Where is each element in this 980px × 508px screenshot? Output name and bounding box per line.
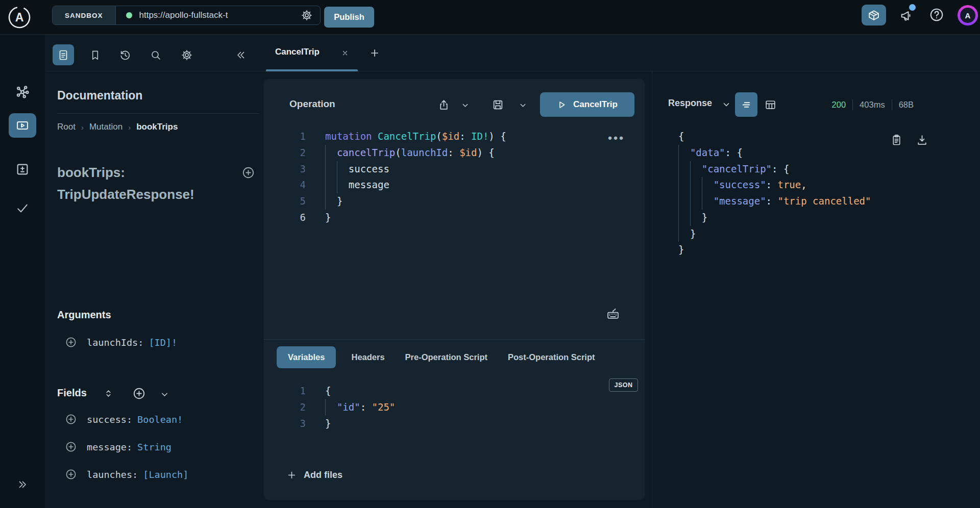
argument-row: launchIds: [ID]! <box>65 334 177 350</box>
add-all-fields-button[interactable] <box>132 387 146 400</box>
tab-variables[interactable]: Variables <box>277 346 336 368</box>
new-tab-button[interactable] <box>364 43 385 63</box>
code-line[interactable]: 1{ <box>264 383 645 399</box>
docs-toolbar-documentation-button[interactable] <box>53 44 74 65</box>
top-bar: A SANDBOX https://apollo-fullstack-t Pub… <box>0 0 980 35</box>
save-menu-chevron[interactable] <box>518 100 528 110</box>
chevrons-left-icon <box>235 49 247 61</box>
add-success-field-button[interactable] <box>65 413 77 425</box>
bookmark-icon <box>89 49 101 61</box>
keyboard-shortcuts-button[interactable] <box>604 304 622 323</box>
operation-tab[interactable]: CancelTrip <box>266 35 358 71</box>
argument-type-link[interactable]: [ID]! <box>149 337 177 348</box>
code-line[interactable]: "data": { <box>652 145 980 161</box>
connection-status-dot <box>126 12 132 18</box>
chevron-down-icon <box>519 101 527 110</box>
sidebar-item-explorer[interactable] <box>9 113 36 138</box>
code-line[interactable]: 6} <box>264 210 645 226</box>
docs-toolbar-search-button[interactable] <box>145 45 166 65</box>
sandbox-mode-button[interactable] <box>862 5 886 26</box>
add-files-button[interactable]: Add files <box>287 470 342 480</box>
run-operation-label: CancelTrip <box>573 99 618 110</box>
sidebar-item-changelog[interactable] <box>0 162 45 177</box>
chevron-down-icon <box>160 390 169 399</box>
response-json-viewer[interactable]: {"data": {"cancelTrip": {"success": true… <box>652 129 980 258</box>
endpoint-url-field[interactable]: https://apollo-fullstack-t <box>116 6 320 24</box>
save-operation-button[interactable] <box>489 96 506 113</box>
tab-post-operation-script[interactable]: Post-Operation Script <box>498 346 605 368</box>
close-tab-icon[interactable] <box>340 48 350 58</box>
endpoint-settings-icon[interactable] <box>301 9 313 21</box>
docs-toolbar-settings-button[interactable] <box>177 45 197 65</box>
chevrons-right-icon <box>16 478 29 491</box>
breadcrumb-current: bookTrips <box>136 122 178 132</box>
field-name: message: <box>87 442 132 452</box>
breadcrumb-parent[interactable]: Mutation <box>89 122 122 132</box>
operation-code-editor[interactable]: 1mutation CancelTrip($id: ID!) {2cancelT… <box>264 129 645 226</box>
help-button[interactable] <box>929 7 944 22</box>
response-raw-view-button[interactable] <box>735 92 757 117</box>
status-code-badge: 200 <box>832 100 846 110</box>
code-line[interactable]: "cancelTrip": { <box>652 161 980 177</box>
run-operation-button[interactable]: CancelTrip <box>540 92 634 117</box>
sidebar-item-schema[interactable] <box>0 84 45 100</box>
code-line[interactable]: 1mutation CancelTrip($id: ID!) { <box>264 129 645 145</box>
field-type-link[interactable]: Boolean! <box>137 414 183 425</box>
gear-icon <box>181 49 193 61</box>
response-menu-chevron[interactable] <box>722 100 731 109</box>
field-type-link[interactable]: [Launch] <box>143 469 188 480</box>
cube-icon <box>867 9 880 22</box>
sandbox-badge: SANDBOX <box>53 6 116 24</box>
collapse-docs-button[interactable] <box>231 45 251 65</box>
endpoint-pill: SANDBOX https://apollo-fullstack-t <box>52 6 321 25</box>
tab-headers[interactable]: Headers <box>341 346 395 368</box>
field-type-link[interactable]: String <box>137 442 172 452</box>
code-line[interactable]: "message": "trip cancelled" <box>652 193 980 210</box>
docs-toolbar-saved-button[interactable] <box>85 45 105 65</box>
history-icon <box>119 49 131 61</box>
add-launches-field-button[interactable] <box>65 468 77 480</box>
share-operation-button[interactable] <box>435 96 452 113</box>
apollo-studio-window: A SANDBOX https://apollo-fullstack-t Pub… <box>0 0 980 508</box>
add-field-to-operation-button[interactable] <box>241 166 255 180</box>
text-lines-icon <box>740 98 753 111</box>
user-avatar[interactable]: A <box>958 5 978 26</box>
add-message-field-button[interactable] <box>65 441 77 453</box>
search-icon <box>150 49 162 61</box>
code-line[interactable]: 2"id": "25" <box>264 399 645 416</box>
question-icon <box>929 7 944 22</box>
fields-collapse-button[interactable] <box>160 390 169 399</box>
add-argument-button[interactable] <box>65 336 77 348</box>
arguments-section-title: Arguments <box>57 309 111 321</box>
breadcrumb-root[interactable]: Root <box>57 122 76 132</box>
code-line[interactable]: "success": true, <box>652 177 980 193</box>
request-tabs: Variables Headers Pre-Operation Script P… <box>264 340 645 375</box>
code-line[interactable]: 5} <box>264 193 645 210</box>
code-line[interactable]: 3success <box>264 161 645 177</box>
code-line[interactable]: 3} <box>264 416 645 432</box>
breadcrumb-separator: › <box>128 123 131 132</box>
code-line[interactable]: 4message <box>264 177 645 193</box>
share-menu-chevron[interactable] <box>460 100 470 110</box>
play-icon <box>557 100 567 110</box>
code-line[interactable]: 2cancelTrip(launchId: $id) { <box>264 145 645 161</box>
code-line[interactable]: { <box>652 129 980 145</box>
field-row: message: String <box>65 439 172 455</box>
field-row: success: Boolean! <box>65 411 183 427</box>
field-name: success: <box>87 414 132 425</box>
explorer-play-icon <box>15 118 30 133</box>
apollo-logo-icon[interactable]: A <box>7 5 32 30</box>
tab-pre-operation-script[interactable]: Pre-Operation Script <box>395 346 498 368</box>
docs-toolbar-history-button[interactable] <box>115 45 135 65</box>
save-floppy-icon <box>492 98 504 111</box>
response-table-view-button[interactable] <box>762 96 779 113</box>
code-line[interactable]: } <box>652 210 980 226</box>
response-panel: Response 200 403ms 68B <box>652 71 980 508</box>
code-line[interactable]: } <box>652 242 980 258</box>
publish-button[interactable]: Publish <box>324 7 374 28</box>
sidebar-item-checks[interactable] <box>0 201 45 215</box>
expand-rail-button[interactable] <box>0 478 45 491</box>
code-line[interactable]: } <box>652 226 980 242</box>
variables-editor[interactable]: 1{2"id": "25"3} <box>264 383 645 431</box>
sort-fields-button[interactable] <box>104 389 113 398</box>
